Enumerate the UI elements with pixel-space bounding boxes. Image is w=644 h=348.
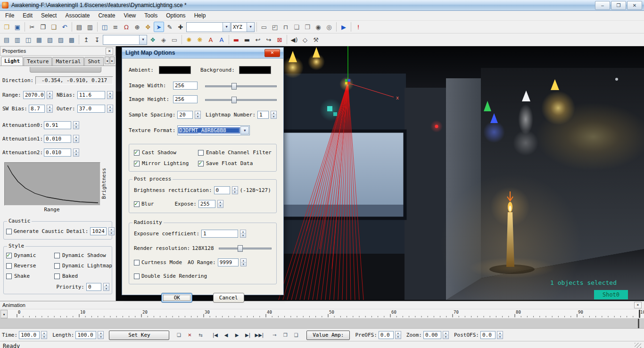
cut-icon[interactable]: ✂ [27,22,37,32]
key-swap-icon[interactable]: ⇆ [195,331,206,340]
menu-options[interactable]: Options [162,11,190,20]
ok-button[interactable]: OK [161,293,192,303]
preofs-input[interactable]: 0.0 [379,331,394,339]
select-arrow-icon[interactable]: ➤ [154,22,164,32]
ao-range-input[interactable]: 9999 [218,258,239,266]
tab-scroll-right-icon[interactable] [110,57,115,64]
sample-spacing-input[interactable]: 20 [177,111,193,119]
resize-grip[interactable] [635,343,641,348]
curtness-mode-checkbox[interactable] [134,260,140,265]
region-select-icon[interactable]: ▭ [169,34,180,45]
text-tool-icon[interactable]: A [216,34,227,45]
combo-arrow-icon[interactable] [139,35,147,44]
cast-shadow-checkbox[interactable] [134,150,140,156]
open-icon[interactable]: ❒ [1,22,12,32]
postofs-input[interactable]: 0.0 [480,331,495,339]
layout-right-icon[interactable]: ▨ [56,34,66,45]
group-filter-combo[interactable] [103,35,147,45]
layout-split-h-icon[interactable]: ▥ [12,34,23,45]
print-preview-icon[interactable]: ▥ [85,22,95,32]
alert-icon[interactable]: ! [353,22,363,32]
image-width-slider-thumb[interactable] [231,83,237,90]
tab-texture[interactable]: Texture [24,57,52,66]
lock-selection-icon[interactable]: ⊓ [281,22,291,32]
set-key-button[interactable]: Set Key [109,331,169,340]
create-spot-light-icon[interactable]: ❋ [195,34,205,45]
step-back-icon[interactable]: ◀ [221,331,231,340]
copy-keys-icon[interactable]: ❐ [280,331,290,340]
outer-spinner[interactable] [107,105,113,113]
properties-close-icon[interactable] [106,48,113,55]
image-height-slider-thumb[interactable] [231,97,237,103]
menu-view[interactable]: View [119,11,140,20]
pan-hand-icon[interactable]: ✥ [143,22,153,32]
ao-range-spinner[interactable] [240,258,247,266]
menu-create[interactable]: Create [94,11,119,20]
sound-icon[interactable]: ◀) [289,34,299,45]
paste-icon[interactable]: ❑ [49,22,59,32]
double-side-rendering-checkbox[interactable] [134,273,140,279]
magnet-snap-icon[interactable]: Ω [121,22,132,32]
playhead[interactable] [638,319,639,328]
tab-shot[interactable]: Shot [84,57,104,66]
blur-checkbox[interactable] [134,201,140,207]
length-input[interactable]: 100.0 [75,331,96,339]
cascade-windows-icon[interactable]: ◫ [99,22,110,32]
timeline-ruler[interactable]: 0102030405060708090100 [0,309,644,319]
expose-input[interactable]: 255 [198,200,215,208]
nbias-input[interactable]: 11.6 [77,91,105,99]
layout-split-v-icon[interactable]: ◫ [23,34,33,45]
minimize-button[interactable] [595,1,610,10]
direction-value[interactable]: -0.354, -0.910, 0.217 [35,76,113,84]
preofs-spinner[interactable] [395,331,401,339]
menu-select[interactable]: Select [37,11,61,20]
dialog-close-icon[interactable] [264,49,280,57]
render-resolution-slider-thumb[interactable] [238,245,243,252]
lightmap-number-spinner[interactable] [271,111,277,119]
close-button[interactable] [627,1,642,10]
zoom-tool-icon[interactable]: ⊕ [132,22,142,32]
maximize-button[interactable] [611,1,626,10]
ambient-color-swatch[interactable] [159,66,191,74]
layout-grid-icon[interactable]: ▩ [66,34,77,45]
copy-icon[interactable]: ❐ [38,22,48,32]
dynamic-lightmap-checkbox[interactable] [54,263,60,269]
shot-badge[interactable]: Shot0 [594,290,628,299]
attenuation1-input[interactable]: 0.010 [44,135,71,143]
tools-wrench-icon[interactable]: ⚒ [311,34,321,45]
flame-tool-icon[interactable]: A [206,34,216,45]
marquee-add-icon[interactable]: ◰ [270,22,280,32]
menu-tools[interactable]: Tools [140,11,162,20]
menu-edit[interactable]: Edit [18,11,37,20]
tab-light[interactable]: Light [1,57,23,66]
marquee-select-icon[interactable]: ▭ [259,22,269,32]
image-width-input[interactable]: 256 [173,82,198,90]
animation-close-icon[interactable] [634,302,642,308]
goto-frame-icon[interactable]: → [269,331,280,340]
render-page-icon[interactable]: ❏ [291,22,302,32]
outer-input[interactable]: 37.0 [77,105,105,113]
layout-quad-icon[interactable]: ▦ [34,34,44,45]
length-spinner[interactable] [98,331,104,339]
play-scene-icon[interactable]: ▶ [339,22,349,32]
priority-input[interactable]: 0 [86,283,101,291]
postofs-spinner[interactable] [497,331,503,339]
undo-icon[interactable]: ↶ [59,22,70,32]
attenuation2-input[interactable]: 0.010 [44,149,71,157]
time-input[interactable]: 100.0 [19,331,40,339]
title-bar[interactable]: Awakening-F:\AwakeningII 1.6\scenes\feat… [0,0,644,11]
texture-browser-icon[interactable]: ❖ [148,34,158,45]
key-delete-icon[interactable]: ✕ [184,331,195,340]
attenuation0-spinner[interactable] [73,121,79,129]
exposure-coefficient-input[interactable]: 1 [201,230,238,238]
delete-grid-icon[interactable]: ⊠ [274,34,285,45]
detail-input[interactable]: 1024 [90,227,107,235]
cancel-button[interactable]: Cancel [213,293,244,303]
brightness-rectification-input[interactable]: 0 [214,186,230,194]
nbias-spinner[interactable] [107,91,113,99]
timeline-track[interactable] [0,319,644,329]
key-new-icon[interactable]: ❏ [173,331,184,340]
timeline-dropdown-icon[interactable] [0,310,8,318]
value-amp-button[interactable]: Value Amp: [306,331,350,340]
save-float-data-checkbox[interactable] [198,161,204,166]
